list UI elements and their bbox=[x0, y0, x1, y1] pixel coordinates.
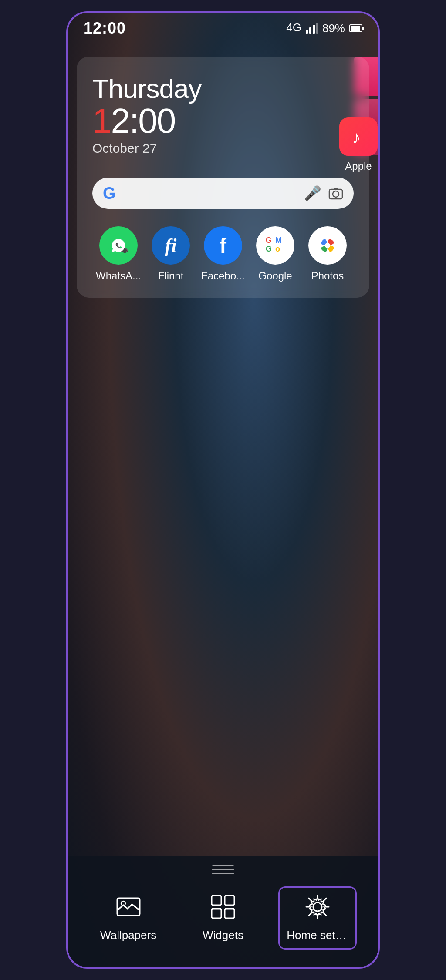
svg-rect-7 bbox=[334, 188, 338, 190]
widgets-button[interactable]: Widgets bbox=[184, 894, 262, 942]
widget-date: October 27 bbox=[92, 141, 354, 156]
widget-day: Thursday bbox=[92, 74, 354, 104]
status-time: 12:00 bbox=[84, 19, 126, 37]
4g-icon: 4G bbox=[286, 21, 301, 34]
svg-point-6 bbox=[333, 191, 339, 197]
svg-rect-2 bbox=[309, 27, 311, 34]
svg-rect-21 bbox=[212, 909, 221, 918]
svg-rect-3 bbox=[313, 25, 315, 34]
apple-music-icon: ♪ bbox=[339, 117, 378, 156]
svg-text:♪: ♪ bbox=[352, 128, 361, 147]
svg-point-16 bbox=[325, 243, 330, 248]
wallpapers-icon bbox=[115, 894, 142, 923]
google-label: Google bbox=[251, 270, 299, 282]
flinnt-app[interactable]: fi Flinnt bbox=[147, 226, 195, 282]
battery-icon bbox=[349, 24, 362, 32]
widgets-label: Widgets bbox=[184, 929, 262, 942]
flinnt-icon: fi bbox=[152, 226, 190, 265]
widget-time: 12:00 bbox=[92, 104, 354, 138]
photos-app[interactable]: Photos bbox=[304, 226, 351, 282]
svg-text:o: o bbox=[275, 245, 280, 253]
hamburger-menu[interactable] bbox=[68, 865, 378, 874]
facebook-icon: f bbox=[204, 226, 242, 265]
whatsapp-logo: 📞 bbox=[108, 235, 129, 256]
google-logo-svg: G M G o bbox=[264, 234, 287, 257]
gear-svg bbox=[304, 894, 331, 920]
battery-percent: 89% bbox=[322, 22, 345, 35]
google-icon: G M G o bbox=[256, 226, 294, 265]
camera-search-icon[interactable] bbox=[328, 186, 343, 201]
home-settings-button[interactable]: Home setti... bbox=[278, 886, 357, 950]
widgets-icon bbox=[210, 894, 236, 923]
widget-time-red: 1 bbox=[92, 101, 111, 140]
wallpaper-svg bbox=[115, 894, 142, 920]
status-icons: 4G 89% bbox=[286, 22, 362, 35]
bottom-bar: Wallpapers Widgets bbox=[68, 856, 378, 967]
google-logo: G bbox=[103, 184, 116, 203]
content-area: Thursday 12:00 October 27 G 🎤 bbox=[68, 44, 378, 967]
widget-time-rest: 2:00 bbox=[111, 101, 176, 140]
date-time-widget: Thursday 12:00 October 27 G 🎤 bbox=[77, 57, 369, 298]
apple-music-label: Apple bbox=[345, 160, 372, 172]
svg-rect-19 bbox=[212, 896, 221, 905]
widgets-svg bbox=[210, 894, 236, 920]
phone-frame: ♪ Apple 12:00 4G 89% Thursday 12: bbox=[66, 11, 380, 969]
svg-rect-4 bbox=[316, 23, 318, 34]
signal-icon bbox=[306, 23, 318, 34]
home-settings-icon bbox=[304, 894, 331, 923]
svg-rect-20 bbox=[225, 896, 234, 905]
photos-pinwheel-svg bbox=[316, 234, 339, 257]
whatsapp-label: WhatsA... bbox=[95, 270, 142, 282]
svg-point-23 bbox=[313, 903, 322, 911]
bottom-buttons-row: Wallpapers Widgets bbox=[68, 886, 378, 950]
wallpapers-label: Wallpapers bbox=[89, 929, 168, 942]
facebook-app[interactable]: f Facebo... bbox=[199, 226, 247, 282]
google-app[interactable]: G M G o Google bbox=[251, 226, 299, 282]
svg-rect-1 bbox=[306, 30, 308, 34]
music-note-icon: ♪ bbox=[348, 127, 368, 147]
whatsapp-icon: 📞 bbox=[99, 226, 138, 265]
whatsapp-app[interactable]: 📞 WhatsA... bbox=[95, 226, 142, 282]
svg-text:G: G bbox=[266, 236, 272, 245]
flinnt-label: Flinnt bbox=[147, 270, 195, 282]
wallpapers-button[interactable]: Wallpapers bbox=[89, 894, 168, 942]
apple-music-app[interactable]: ♪ Apple bbox=[339, 117, 378, 172]
google-search-bar[interactable]: G 🎤 bbox=[92, 178, 354, 209]
svg-rect-22 bbox=[225, 909, 234, 918]
photos-icon bbox=[308, 226, 347, 265]
mic-icon[interactable]: 🎤 bbox=[304, 185, 321, 201]
facebook-label: Facebo... bbox=[199, 270, 247, 282]
photos-label: Photos bbox=[304, 270, 351, 282]
app-shortcuts-row: 📞 WhatsA... fi Flinnt f bbox=[92, 226, 354, 282]
svg-text:G: G bbox=[266, 245, 272, 253]
svg-text:M: M bbox=[275, 236, 282, 245]
status-bar: 12:00 4G 89% bbox=[68, 13, 378, 44]
home-settings-label: Home setti... bbox=[287, 929, 348, 942]
